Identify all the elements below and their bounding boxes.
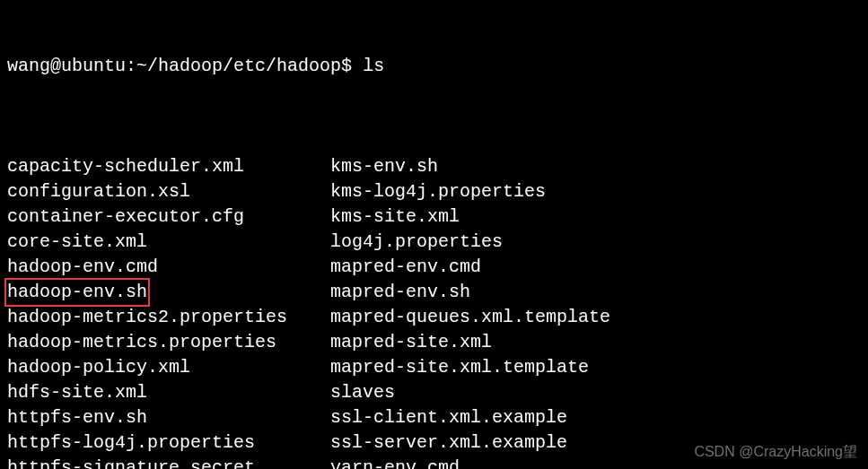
file-entry: hadoop-metrics.properties: [7, 330, 330, 355]
ls-output: capacity-scheduler.xmlkms-env.shconfigur…: [7, 154, 861, 469]
prompt-space: [352, 54, 363, 79]
file-entry: kms-log4j.properties: [330, 179, 861, 204]
prompt-line-1: wang@ubuntu:~/hadoop/etc/hadoop$ ls: [7, 54, 861, 79]
prompt-sep: :: [126, 54, 136, 79]
file-entry: core-site.xml: [7, 230, 330, 255]
prompt-user-host: wang@ubuntu: [7, 54, 126, 79]
file-entry: mapred-env.sh: [330, 280, 861, 305]
highlighted-file: hadoop-env.sh: [4, 278, 150, 307]
prompt-path: ~/hadoop/etc/hadoop: [136, 54, 341, 79]
file-entry: httpfs-signature.secret: [7, 456, 330, 469]
file-entry: ssl-client.xml.example: [330, 405, 861, 430]
file-entry: log4j.properties: [330, 230, 861, 255]
file-entry: slaves: [330, 380, 861, 405]
file-entry: mapred-site.xml.template: [330, 355, 861, 380]
file-entry: configuration.xsl: [7, 179, 330, 204]
file-entry: hadoop-metrics2.properties: [7, 305, 330, 330]
file-entry: mapred-env.cmd: [330, 255, 861, 280]
file-entry: hdfs-site.xml: [7, 380, 330, 405]
file-entry: mapred-site.xml: [330, 330, 861, 355]
watermark-text: CSDN @CrazyHacking望: [694, 442, 857, 462]
file-entry: httpfs-log4j.properties: [7, 430, 330, 456]
file-entry: capacity-scheduler.xml: [7, 154, 330, 179]
command-text: ls: [363, 54, 384, 79]
file-entry: container-executor.cfg: [7, 204, 330, 230]
terminal[interactable]: wang@ubuntu:~/hadoop/etc/hadoop$ ls capa…: [7, 4, 861, 469]
file-entry: hadoop-env.sh: [7, 280, 330, 305]
file-entry: mapred-queues.xml.template: [330, 305, 861, 330]
file-entry: httpfs-env.sh: [7, 405, 330, 430]
file-entry: hadoop-policy.xml: [7, 355, 330, 380]
file-entry: hadoop-env.cmd: [7, 255, 330, 280]
file-entry: kms-env.sh: [330, 154, 861, 179]
prompt-symbol: $: [341, 54, 352, 79]
file-entry: kms-site.xml: [330, 204, 861, 230]
